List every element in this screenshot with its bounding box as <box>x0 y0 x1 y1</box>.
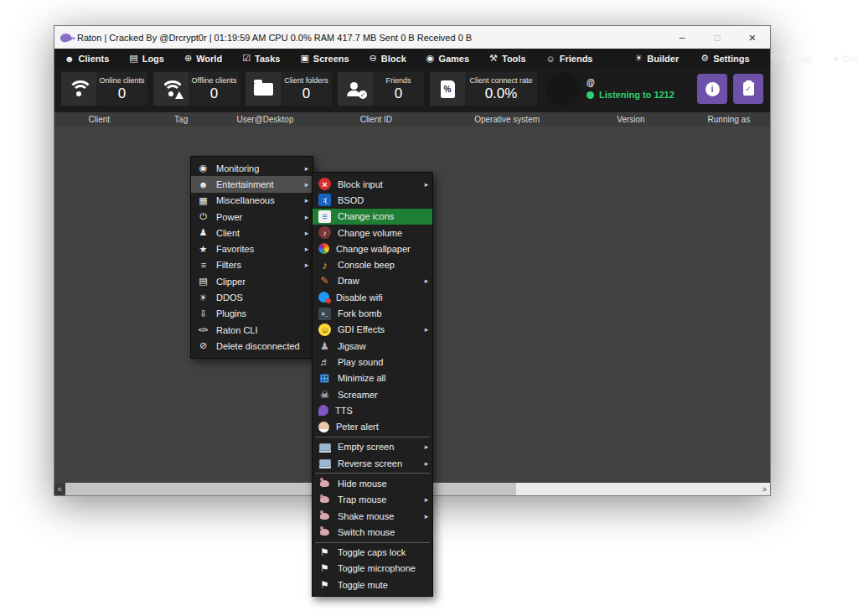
submenu-item-draw[interactable]: Draw <box>313 273 432 289</box>
menu-item-label: Entertainment <box>216 179 301 189</box>
bell-icon <box>318 259 331 272</box>
submenu-item-hide-mouse[interactable]: Hide mouse <box>313 475 432 491</box>
menu-item-power[interactable]: Power <box>191 209 313 225</box>
menu-block[interactable]: ⊖Block <box>370 53 406 64</box>
scroll-left-icon[interactable] <box>54 483 65 495</box>
submenu-arrow-icon <box>301 196 313 204</box>
info-button[interactable] <box>697 74 727 104</box>
submenu-arrow-icon <box>421 325 432 334</box>
scrollbar-thumb[interactable] <box>65 483 516 495</box>
submenu-item-block-input[interactable]: Block input <box>313 176 432 192</box>
menu-world[interactable]: ⊕World <box>184 53 222 64</box>
scroll-right-icon[interactable] <box>759 483 770 495</box>
gear-icon: ⚙ <box>700 53 709 64</box>
close-icon[interactable] <box>735 26 770 49</box>
menu-credits[interactable]: ♥Credits <box>833 52 858 65</box>
column-header-version[interactable]: Version <box>574 115 688 124</box>
menu-builder[interactable]: ☀Builder <box>634 52 679 65</box>
menu-item-label: Trap mouse <box>338 494 421 505</box>
windows-icon <box>318 372 331 385</box>
menu-item-label: Hide mouse <box>338 479 432 489</box>
menu-item-favorites[interactable]: Favorites <box>191 241 313 256</box>
submenu-item-empty-screen[interactable]: Empty screen <box>313 439 432 455</box>
submenu-item-trap-mouse[interactable]: Trap mouse <box>313 492 432 508</box>
menu-item-label: Change volume <box>338 228 432 238</box>
menu-about[interactable]: ⓘAbout <box>772 52 812 65</box>
menu-item-raton-cli[interactable]: Raton CLI <box>191 322 313 338</box>
submenu-item-bsod[interactable]: BSOD <box>313 192 432 208</box>
menu-tools[interactable]: ⚒Tools <box>489 53 525 64</box>
submenu-item-screamer[interactable]: Screamer <box>313 386 432 402</box>
mouse-icon <box>318 510 331 522</box>
user-handle: @ <box>587 78 675 87</box>
menu-item-entertainment[interactable]: Entertainment <box>191 176 313 192</box>
menu-item-clipper[interactable]: Clipper <box>191 273 313 289</box>
submenu-item-tts[interactable]: TTS <box>313 402 432 418</box>
tasks-icon: ☑ <box>242 53 251 64</box>
code-icon <box>197 324 209 336</box>
flag-icon <box>318 578 331 591</box>
submenu-item-peter-alert[interactable]: Peter alert <box>313 418 432 434</box>
friends-icon: ☺ <box>546 54 556 64</box>
card-value: 0 <box>190 85 238 102</box>
menu-clients[interactable]: ☻Clients <box>65 54 109 64</box>
avatar <box>546 72 580 106</box>
menu-item-label: Filters <box>216 260 301 270</box>
maximize-icon[interactable] <box>700 26 735 49</box>
menu-item-client[interactable]: Client <box>191 225 313 241</box>
submenu-item-fork-bomb[interactable]: Fork bomb <box>313 305 432 321</box>
submenu-item-gdi-effects[interactable]: GDI Effects <box>313 322 432 338</box>
menu-label: Screens <box>313 54 349 64</box>
submenu-item-toggle-mute[interactable]: Toggle mute <box>313 577 432 593</box>
column-header-tag[interactable]: Tag <box>144 115 219 124</box>
menu-tasks[interactable]: ☑Tasks <box>242 53 280 64</box>
column-header-user-desktop[interactable]: User@Desktop <box>219 115 313 124</box>
minimize-icon[interactable] <box>664 26 700 49</box>
menu-item-filters[interactable]: Filters <box>191 257 313 273</box>
submenu-item-switch-mouse[interactable]: Switch mouse <box>313 524 432 540</box>
person-icon <box>197 226 209 239</box>
menu-separator <box>315 437 430 437</box>
menu-label: Clients <box>79 54 110 64</box>
submenu-item-toggle-caps-lock[interactable]: Toggle caps lock <box>313 545 432 561</box>
rat-logo-icon <box>59 32 72 44</box>
menu-item-delete-disconnected[interactable]: Delete disconnected <box>191 338 313 354</box>
card-offline-clients: Offline clients0 <box>153 72 240 106</box>
submenu-item-change-volume[interactable]: Change volume <box>313 225 432 241</box>
menu-logs[interactable]: ▤Logs <box>129 53 164 64</box>
menu-settings[interactable]: ⚙Settings <box>700 52 749 65</box>
menu-item-plugins[interactable]: Plugins <box>191 306 313 322</box>
submenu-item-toggle-microphone[interactable]: Toggle microphone <box>313 561 432 577</box>
submenu-item-play-sound[interactable]: Play sound <box>313 354 432 370</box>
menu-item-label: Empty screen <box>338 442 421 452</box>
menu-games[interactable]: ◉Games <box>426 53 469 64</box>
card-friends: Friends0 <box>338 72 424 106</box>
submenu-item-shake-mouse[interactable]: Shake mouse <box>313 508 432 524</box>
submenu-item-change-icons[interactable]: Change icons <box>313 209 432 225</box>
submenu-item-minimize-all[interactable]: Minimize all <box>313 370 432 386</box>
menu-friends[interactable]: ☺Friends <box>546 54 593 64</box>
menu-item-miscellaneous[interactable]: Miscellaneous <box>191 193 313 209</box>
scrollbar-track[interactable] <box>516 483 759 495</box>
menu-label: Settings <box>713 54 749 64</box>
submenu-item-console-beep[interactable]: Console beep <box>313 256 432 272</box>
document-icon <box>318 210 331 223</box>
listening-status: Listening to 1212 <box>587 90 675 100</box>
column-header-operative-system[interactable]: Operative system <box>440 115 574 124</box>
filter-icon <box>197 259 209 272</box>
submenu-item-disable-wifi[interactable]: Disable wifi <box>313 289 432 305</box>
submenu-item-change-wallpaper[interactable]: Change wallpaper <box>313 241 432 256</box>
menu-label: About <box>785 54 812 64</box>
menu-item-monitoring[interactable]: Monitoring <box>191 160 313 176</box>
submenu-item-reverse-screen[interactable]: Reverse screen <box>313 455 432 471</box>
column-header-client-id[interactable]: Client ID <box>312 115 440 124</box>
menu-item-ddos[interactable]: DDOS <box>191 289 313 305</box>
column-header-running-as[interactable]: Running as <box>688 115 770 124</box>
window-controls <box>664 26 770 49</box>
clipboard-check-button[interactable] <box>733 74 763 104</box>
menu-label: Tasks <box>255 54 280 64</box>
box-icon <box>197 194 209 207</box>
menu-screens[interactable]: ▣Screens <box>300 53 349 64</box>
submenu-item-jigsaw[interactable]: Jigsaw <box>313 338 432 354</box>
column-header-client[interactable]: Client <box>54 115 144 124</box>
